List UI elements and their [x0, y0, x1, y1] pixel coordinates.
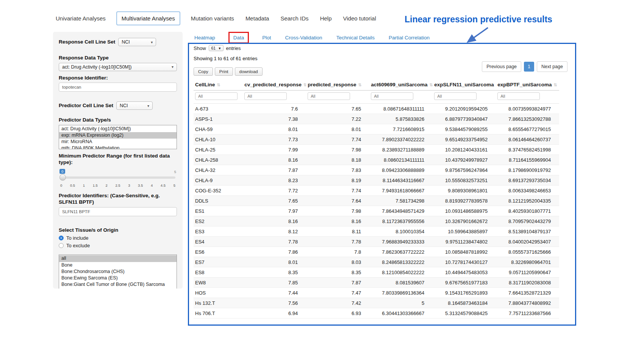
cell-value: 8.35 — [243, 267, 306, 278]
column-header-predicted-response[interactable]: predicted_response⇅ — [306, 80, 369, 90]
nav-tab-search-ids[interactable]: Search IDs — [280, 12, 309, 25]
table-row[interactable]: CHLA-107.737.747.890233740222229.6514923… — [194, 134, 559, 145]
radio-to-exclude[interactable]: To exclude — [59, 243, 177, 248]
response-cell-line-set-select[interactable]: NCI ▾ — [118, 38, 156, 46]
cell-value: 7.72 — [243, 186, 306, 196]
table-row[interactable]: ES38.128.118.10001035410.5996438858978.5… — [194, 226, 559, 237]
column-header-cellline[interactable]: CellLine⇅ — [194, 80, 243, 90]
print-button[interactable]: Print — [215, 67, 233, 76]
page-number-button[interactable]: 1 — [524, 62, 534, 72]
option-all[interactable]: all — [59, 255, 177, 262]
option-exp-mrna-expression-log2[interactable]: exp: mRNA Expression (log2) — [59, 132, 177, 139]
table-row[interactable]: ASPS-17.387.225.8758338266.8879773934084… — [194, 114, 559, 124]
option-bone[interactable]: Bone — [59, 262, 177, 268]
table-row[interactable]: Hs 706.T6.946.936.304413033666675.313245… — [194, 308, 559, 318]
table-row[interactable]: CHLA-98.238.198.1144634311666710.5550832… — [194, 175, 559, 186]
cell-value: 9.20120919594205 — [433, 104, 496, 114]
cell-value: 8.3226980964701 — [496, 257, 559, 267]
tab-data[interactable]: Data — [228, 32, 249, 44]
tab-heatmap[interactable]: Heatmap — [194, 32, 216, 43]
nav-tab-univariate-analyses[interactable]: Univariate Analyses — [55, 12, 106, 25]
radio-icon — [59, 236, 64, 240]
nav-tab-video-tutorial[interactable]: Video tutorial — [342, 12, 377, 25]
table-row[interactable]: ES78.018.038.2486581332222210.7278174430… — [194, 257, 559, 267]
filter-input-expbptf-unisarcoma[interactable] — [497, 92, 540, 100]
filter-input-cellline[interactable] — [195, 92, 238, 100]
table-row[interactable]: ES28.168.168.1172363795555610.3267901662… — [194, 216, 559, 226]
filter-input-predicted-response[interactable] — [308, 92, 350, 100]
tab-partial-correlation[interactable]: Partial Correlation — [388, 32, 430, 43]
cell-value: 8.00633498246653 — [496, 186, 559, 196]
tab-cross-validation[interactable]: Cross-Validation — [284, 32, 323, 43]
predictor-data-type-list[interactable]: act: Drug Activity (-log10[IC50M])exp: m… — [59, 125, 177, 149]
option-bone-chondrosarcoma-chs[interactable]: Bone:Chondrosarcoma (CHS) — [59, 268, 177, 275]
predictor-cell-line-set-select[interactable]: NCI ▾ — [116, 101, 153, 110]
table-row[interactable]: EW87.857.878.0815396079.676756519771838.… — [194, 278, 559, 288]
table-row[interactable]: Hs 132.T7.567.4258.16458734631847.880437… — [194, 298, 559, 308]
copy-button[interactable]: Copy — [194, 67, 213, 76]
sort-icon[interactable]: ⇅ — [358, 83, 362, 87]
table-row[interactable]: ES88.358.358.1210085402222210.4494475483… — [194, 267, 559, 278]
predictor-identifiers-input[interactable] — [59, 207, 177, 216]
cell-value: 7.83 — [306, 165, 369, 175]
table-row[interactable]: ES47.787.787.968839492333339.97511238474… — [194, 237, 559, 247]
sort-icon[interactable]: ⇅ — [303, 83, 306, 87]
nav-tab-metadata[interactable]: Metadata — [245, 12, 270, 25]
nav-tab-multivariate-analyses[interactable]: Multivariate Analyses — [116, 11, 180, 25]
slider-tick: 5 — [174, 183, 175, 187]
nav-tab-help[interactable]: Help — [319, 12, 333, 25]
table-row[interactable]: CHLA-327.877.838.094233068888899.8756759… — [194, 165, 559, 175]
response-cell-line-set-label: Response Cell Line Set — [59, 39, 115, 45]
option-bone-ewing-sarcoma-es[interactable]: Bone:Ewing Sarcoma (ES) — [59, 275, 177, 281]
option-mth-dna-850k-methylation[interactable]: mth: DNA 850K Methylation — [59, 145, 177, 149]
response-identifier-input[interactable] — [59, 83, 177, 92]
cell-value: 8.11 — [306, 226, 369, 237]
show-entries-row: Show 61 ▾ entries — [194, 45, 571, 51]
sort-icon[interactable]: ⇅ — [430, 83, 433, 87]
next-page-button[interactable]: Next page — [537, 61, 567, 72]
show-entries-select[interactable]: 61 ▾ — [209, 45, 224, 51]
tab-plot[interactable]: Plot — [261, 32, 272, 43]
table-row[interactable]: CHLA-257.997.988.2389327118888910.208124… — [194, 145, 559, 155]
cell-line-name: CHLA-32 — [194, 165, 243, 175]
download-button[interactable]: download — [235, 67, 263, 76]
sort-icon[interactable]: ⇅ — [553, 83, 557, 87]
option-bone-osteosarcoma-os[interactable]: Bone:Osteosarcoma (OS) — [59, 288, 177, 289]
column-header-label: expSLFN11_uniSarcoma — [434, 82, 494, 87]
tissue-list[interactable]: allBoneBone:Chondrosarcoma (CHS)Bone:Ewi… — [59, 254, 177, 289]
filter-input-expslfn11-unisarcoma[interactable] — [434, 92, 477, 100]
table-row[interactable]: DDLS7.657.647.5817342988.819392778395788… — [194, 196, 559, 206]
table-row[interactable]: ES67.867.87.8623063772222210.08584878189… — [194, 247, 559, 257]
cell-value: 7.56 — [243, 298, 306, 308]
previous-page-button[interactable]: Previous page — [482, 61, 521, 72]
option-act-drug-activity-log10-ic50m[interactable]: act: Drug Activity (-log10[IC50M]) — [59, 126, 177, 132]
radio-to-include[interactable]: To include — [59, 235, 177, 241]
table-row[interactable]: CHLA-2588.168.188.0860213411111110.43792… — [194, 155, 559, 165]
option-mir-microrna[interactable]: mir: MicroRNA — [59, 139, 177, 145]
table-row[interactable]: ES17.977.987.8643494857142910.0931486588… — [194, 206, 559, 216]
response-data-type-select[interactable]: act: Drug Activity (-log10[IC50M]) ▾ — [59, 63, 177, 71]
filter-input-cv-predicted-response[interactable] — [244, 92, 287, 100]
cell-value: 8.081539607 — [369, 278, 433, 288]
table-row[interactable]: HOS7.447.477.803398691363649.15431765291… — [194, 288, 559, 298]
cell-value: 8.05557371625666 — [496, 247, 559, 257]
table-row[interactable]: A-6737.67.658.086716483111119.2012091959… — [194, 104, 559, 114]
nav-tab-mutation-variants[interactable]: Mutation variants — [190, 12, 235, 25]
column-header-cv-predicted-response[interactable]: cv_predicted_response⇅ — [243, 80, 306, 90]
slider-track[interactable] — [60, 176, 175, 179]
filter-input-act609699-unisarcoma[interactable] — [371, 92, 413, 100]
column-header-expbptf-unisarcoma[interactable]: expBPTF_uniSarcoma⇅ — [496, 80, 559, 90]
column-header-act609699-unisarcoma[interactable]: act609699_uniSarcoma⇅ — [369, 80, 433, 90]
table-row[interactable]: COG-E-3527.727.747.949316180666679.80893… — [194, 186, 559, 196]
table-row[interactable]: CHA-598.018.017.72166089159.538445790892… — [194, 124, 559, 134]
radio-label: To include — [66, 235, 89, 241]
slider-tick: 1.5 — [93, 183, 98, 187]
radio-label: To exclude — [66, 243, 90, 248]
column-header-expslfn11-unisarcoma[interactable]: expSLFN11_uniSarcoma⇅ — [433, 80, 496, 90]
cell-value: 8.09423306888889 — [369, 165, 433, 175]
sort-icon[interactable]: ⇅ — [217, 83, 220, 87]
tab-technical-details[interactable]: Technical Details — [336, 32, 375, 43]
slider-handle[interactable] — [59, 174, 66, 181]
option-bone-giant-cell-tumor-of-bone-gctb-sarcoma[interactable]: Bone:Giant Cell Tumor of Bone (GCTB) Sar… — [59, 281, 177, 288]
tissue-origin-label: Select Tissue/s of Origin — [59, 227, 177, 234]
